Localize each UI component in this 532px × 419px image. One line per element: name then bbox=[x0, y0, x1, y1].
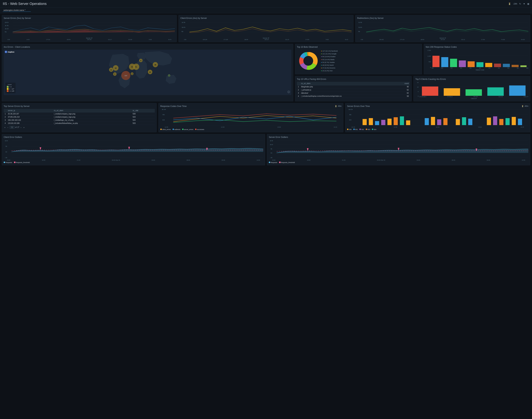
server-errors-x-ticks: 12:1512:3012:4513:0013:15 bbox=[347, 126, 528, 128]
table-row: 4 131161.63.186 /_includes/follow/follow… bbox=[4, 122, 155, 125]
non200-y-axis: 1,5001,0005000 bbox=[426, 50, 431, 71]
table-row: 1 25.36.228.187 /_media/company_logo.png… bbox=[4, 112, 155, 115]
table-row: 1 /blog/index.php 90 bbox=[297, 85, 410, 88]
svg-rect-95 bbox=[456, 119, 460, 125]
svg-rect-49 bbox=[432, 56, 439, 67]
clients-x-label: Client IP bbox=[419, 98, 528, 99]
server-errors-time-chart: 10 5 0 bbox=[347, 108, 528, 128]
table-row: 4 /_includes/wp/blog/wp-content/themes/s… bbox=[297, 94, 410, 98]
svg-rect-102 bbox=[512, 117, 516, 125]
svg-rect-83 bbox=[363, 119, 367, 125]
svg-rect-66 bbox=[466, 89, 482, 96]
top-bots-title: Top 10 Bots Observed bbox=[297, 46, 420, 48]
svg-text:48: 48 bbox=[154, 64, 156, 66]
client-outliers-x-ticks: 15:0018:0021:0000:00 Mar 0903:0006:0009:… bbox=[4, 159, 263, 161]
panel-non200: Non 200 Response Status Codes 1,5001,000… bbox=[424, 44, 530, 74]
top-clients-chart: 151050 bbox=[415, 82, 528, 99]
map-background: mapbox bbox=[4, 50, 291, 95]
svg-text:15: 15 bbox=[181, 22, 185, 23]
row-count: 90 bbox=[396, 85, 410, 88]
page-number-input[interactable] bbox=[10, 126, 14, 129]
svg-text:5: 5 bbox=[163, 114, 165, 115]
panel-redirections-title: Redirections (3xx) by Server bbox=[357, 17, 528, 19]
svg-rect-65 bbox=[444, 88, 460, 96]
row-map-pie: 4xx Errors - Client Locations mapbox bbox=[2, 44, 530, 101]
server-errors-time-title: Server Errors Over Time bbox=[347, 105, 370, 107]
svg-text:10: 10 bbox=[270, 144, 273, 145]
row-404-clients: Top 10 URLs Facing 404 Errors cs_uri_ste… bbox=[295, 76, 530, 101]
svg-rect-68 bbox=[509, 85, 526, 96]
server-errors-chart: 20 15 10 5 Server IP bbox=[4, 21, 175, 40]
svg-rect-88 bbox=[394, 117, 398, 125]
panel-top-bots: Top 10 Bots Observed bbox=[295, 44, 422, 74]
refresh-icon[interactable]: ↻ bbox=[519, 3, 521, 5]
svg-text:91: 91 bbox=[135, 66, 137, 68]
svg-rect-98 bbox=[487, 118, 491, 125]
svg-text:10: 10 bbox=[181, 26, 185, 28]
prev-page-button[interactable]: ‹ bbox=[7, 126, 9, 129]
panel-client-errors-title: Client Errors (4xx) by Server bbox=[180, 17, 352, 19]
clock-icon: ⏳ bbox=[508, 3, 511, 5]
client-errors-chart: 15 10 5 Server IP 3:56159:195177:155185:… bbox=[180, 21, 352, 40]
map-legend: _count < 2 2 - 127 >= 128 bbox=[5, 83, 15, 93]
panel-server-errors-time: Server Errors Over Time ⏳ -60m 10 5 0 bbox=[345, 103, 530, 132]
panel-client-errors: Client Errors (4xx) by Server 15 10 5 Se… bbox=[178, 15, 354, 42]
first-page-button[interactable]: « bbox=[4, 126, 6, 129]
panel-map: 4xx Errors - Client Locations mapbox bbox=[2, 44, 293, 101]
svg-text:10: 10 bbox=[358, 26, 362, 28]
filter-icon[interactable]: ▦ bbox=[527, 3, 529, 5]
client-errors-x-label: Server IP bbox=[180, 37, 352, 39]
pagination: « ‹ of 27 › » bbox=[4, 125, 155, 129]
time-range[interactable]: -24h bbox=[513, 3, 517, 5]
svg-rect-103 bbox=[518, 119, 522, 125]
col-count: count bbox=[396, 82, 410, 85]
svg-rect-54 bbox=[476, 62, 483, 67]
svg-rect-64 bbox=[422, 87, 438, 96]
svg-text:10: 10 bbox=[5, 140, 8, 141]
svg-rect-87 bbox=[388, 119, 392, 125]
svg-text:0: 0 bbox=[163, 119, 165, 120]
svg-rect-93 bbox=[437, 119, 441, 125]
svg-text:20: 20 bbox=[149, 71, 151, 73]
pie-legend: ● 127 (22.1%) facebook ● 121 (21.0%) Goo… bbox=[321, 50, 338, 72]
svg-rect-55 bbox=[485, 63, 492, 67]
svg-text:5: 5 bbox=[358, 31, 360, 32]
svg-point-115 bbox=[128, 147, 130, 147]
svg-text:2: 2 bbox=[132, 73, 133, 75]
map-title: 4xx Errors - Client Locations bbox=[4, 46, 291, 48]
clients-x-ticks: 176.45.250.7177.96.22105.155112.1722.82.… bbox=[419, 96, 528, 97]
top-404-table: cs_uri_stem count 1 /blog/index.php 90 bbox=[297, 82, 410, 98]
response-codes-time-badge: ⏳ -60m bbox=[335, 105, 342, 107]
page-title: IIS - Web Server Operations bbox=[3, 2, 47, 6]
svg-rect-100 bbox=[499, 119, 504, 125]
info-icon[interactable]: ⓘ bbox=[288, 91, 290, 94]
svg-text:1: 1 bbox=[169, 75, 170, 77]
svg-point-113 bbox=[40, 147, 41, 148]
svg-point-44 bbox=[303, 56, 313, 66]
total-pages: 27 bbox=[17, 126, 19, 128]
row-pie-bar: Top 10 Bots Observed bbox=[295, 44, 530, 74]
response-x-ticks: 12:3012:4513:0013:15 bbox=[160, 126, 342, 128]
dashboard: Server Errors (5xx) by Server 20 15 10 5 bbox=[0, 13, 532, 167]
chevron-down-icon[interactable]: ▼ bbox=[523, 3, 525, 5]
svg-rect-50 bbox=[441, 57, 448, 67]
server-errors-time-header: Server Errors Over Time ⏳ -60m bbox=[347, 105, 528, 107]
svg-rect-52 bbox=[459, 60, 466, 67]
redirections-x-label: Server IP bbox=[357, 37, 528, 39]
client-outliers-chart: 10 5 0 -5 bbox=[4, 140, 263, 161]
filter-input[interactable] bbox=[3, 9, 31, 12]
svg-text:10: 10 bbox=[161, 108, 166, 110]
redirections-x-ticks: 3:56159:1621771:33185:82190:169201:2227:… bbox=[357, 39, 528, 40]
svg-text:15: 15 bbox=[5, 25, 9, 26]
next-page-button[interactable]: › bbox=[20, 126, 22, 129]
svg-rect-99 bbox=[493, 116, 497, 125]
server-errors-x-label: Server IP bbox=[4, 37, 175, 39]
svg-text:154: 154 bbox=[125, 75, 127, 77]
client-outliers-title: Client Error Outliers bbox=[4, 136, 263, 138]
svg-text:11: 11 bbox=[110, 69, 112, 71]
col-uri: cs_uri_stem bbox=[300, 82, 396, 85]
last-page-button[interactable]: » bbox=[23, 126, 25, 129]
response-codes-header: Response Codes Over Time ⏳ -60m bbox=[160, 105, 342, 107]
svg-rect-91 bbox=[425, 118, 429, 125]
panel-redirections: Redirections (3xx) by Server 15 10 5 Ser… bbox=[355, 15, 530, 42]
